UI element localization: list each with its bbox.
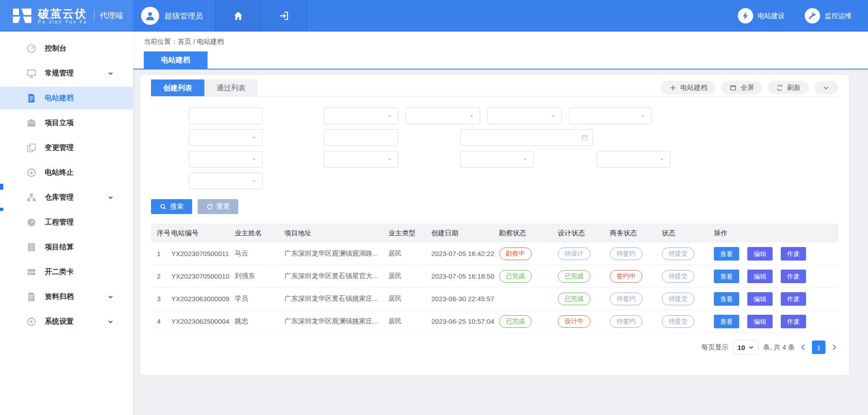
sidebar-item-3[interactable]: 项目立项 (0, 112, 133, 134)
archive-icon (26, 292, 37, 302)
status-pill: 待设计 (558, 247, 590, 260)
user-section[interactable]: 超级管理员 (133, 0, 215, 32)
toolbar-button-1[interactable]: 全屏 (721, 81, 762, 94)
home-button[interactable] (215, 0, 261, 32)
void-button[interactable]: 作废 (781, 270, 806, 283)
logo-section: 破茧云伏 Po Jian Yun Fu 代理端 (0, 0, 133, 32)
monitor-icon (26, 68, 37, 79)
filter-text-input[interactable] (189, 107, 263, 124)
cell-created: 2023-06-25 10:57:04 (431, 310, 499, 333)
chevron-down-icon (822, 84, 830, 92)
caret-down-icon (386, 112, 393, 120)
view-button[interactable]: 查看 (714, 270, 739, 283)
edit-button[interactable]: 编辑 (747, 315, 773, 328)
prev-page-button[interactable] (799, 343, 807, 351)
actions-cell: 查看编辑作废 (714, 242, 838, 265)
filter-select[interactable] (569, 107, 651, 124)
cell-type: 居民 (388, 265, 431, 288)
void-button[interactable]: 作废 (781, 315, 806, 328)
cell-created: 2023-07-05 16:18:50 (431, 265, 499, 288)
toolbar-button-label: 刷新 (787, 84, 801, 92)
gauge-icon (26, 217, 37, 228)
nav-monitor-ops[interactable]: 监控运维 (805, 0, 852, 32)
tab-create-list[interactable]: 创建列表 (151, 79, 204, 96)
sidebar-item-6[interactable]: 仓库管理 (0, 186, 133, 209)
filter-select[interactable] (189, 151, 263, 168)
sidebar-item-5[interactable]: 电站终止 (0, 161, 133, 184)
search-button[interactable]: 搜索 (151, 199, 192, 214)
cell-code: YX2023063000009 (171, 288, 235, 310)
sidebar-item-2[interactable]: 电站建档 (0, 87, 133, 109)
filter-panel (151, 97, 838, 189)
sidebar-item-4[interactable]: 变更管理 (0, 136, 133, 159)
document-icon (26, 93, 37, 103)
filter-group (286, 151, 398, 168)
sidebar-item-10[interactable]: 资料归档 (0, 285, 133, 308)
page-tab-station-archive[interactable]: 电站建档 (144, 51, 208, 69)
tab-passed-list[interactable]: 通过列表 (204, 79, 258, 96)
toolbar-button-0[interactable]: 电站建档 (661, 81, 716, 94)
reset-button[interactable]: 重置 (198, 199, 238, 214)
refresh-icon (776, 84, 783, 92)
filter-select[interactable] (324, 107, 398, 124)
toolbar-button-2[interactable]: 刷新 (768, 81, 809, 94)
filter-date-input[interactable] (460, 129, 593, 146)
nav-station-build[interactable]: 电站建设 (738, 0, 785, 32)
filter-group (151, 173, 263, 189)
chevron-down-icon (107, 70, 114, 77)
filter-select[interactable] (324, 151, 398, 168)
column-header: 电站编号 (171, 224, 235, 242)
edit-button[interactable]: 编辑 (747, 270, 773, 283)
copy-icon (26, 143, 37, 153)
sidebar-item-9[interactable]: 开二类卡 (0, 261, 133, 283)
filter-row-2 (151, 151, 838, 168)
sidebar-item-8[interactable]: 项目结算 (0, 236, 133, 258)
filter-select[interactable] (460, 151, 534, 168)
toolbar-button-label: 电站建档 (680, 84, 708, 92)
filter-select[interactable] (597, 151, 670, 168)
column-header: 业主姓名 (235, 224, 284, 242)
caret-down-icon (550, 112, 557, 120)
void-button[interactable]: 作废 (781, 247, 806, 261)
filter-select[interactable] (189, 129, 263, 146)
calculator-icon (26, 242, 37, 252)
sidebar-item-label: 电站建档 (45, 93, 122, 103)
sidebar-item-11[interactable]: 系统设置 (0, 310, 133, 333)
plus-icon (669, 84, 677, 92)
status-cell: 待提交 (662, 242, 714, 265)
status-pill: 已完成 (499, 315, 532, 328)
filter-select[interactable] (189, 173, 263, 189)
dashboard-icon (26, 43, 37, 54)
column-header: 商务状态 (610, 224, 662, 242)
sidebar-item-0[interactable]: 控制台 (0, 37, 133, 60)
sidebar-item-7[interactable]: 工程管理 (0, 211, 133, 233)
edit-button[interactable]: 编辑 (747, 247, 773, 261)
column-header: 状态 (662, 224, 714, 242)
caret-down-icon (658, 156, 665, 163)
status-cell: 待提交 (662, 310, 714, 333)
page-size-select[interactable]: 10 (733, 340, 759, 354)
view-button[interactable]: 查看 (714, 247, 739, 261)
logout-button[interactable] (261, 0, 307, 32)
current-page-button[interactable]: 1 (812, 340, 826, 354)
cell-owner: 学员 (235, 288, 284, 310)
sidebar-item-1[interactable]: 常规管理 (0, 62, 133, 84)
column-header: 操作 (714, 224, 838, 242)
avatar[interactable] (141, 7, 159, 25)
view-button[interactable]: 查看 (714, 315, 739, 328)
card-header: 创建列表 通过列表 电站建档全屏刷新 (151, 75, 838, 97)
filter-select[interactable] (487, 107, 562, 124)
view-button[interactable]: 查看 (714, 292, 739, 306)
toolbar-collapse-button[interactable] (814, 81, 838, 94)
void-button[interactable]: 作废 (781, 292, 806, 306)
filter-text-input[interactable] (324, 129, 398, 146)
filter-select[interactable] (406, 107, 480, 124)
edit-button[interactable]: 编辑 (747, 292, 773, 306)
main-area: 当前位置： 首页 / 电站建档 电站建档 创建列表 通过列表 电站建档全屏刷新 … (133, 32, 868, 415)
breadcrumb-prefix: 当前位置： (144, 37, 178, 46)
breadcrumb-path[interactable]: 首页 / 电站建档 (178, 37, 224, 46)
next-page-button[interactable] (830, 343, 838, 351)
cell-type: 居民 (388, 242, 431, 265)
status-pill: 已完成 (499, 270, 532, 283)
cell-code: YX2023070500011 (171, 242, 235, 265)
